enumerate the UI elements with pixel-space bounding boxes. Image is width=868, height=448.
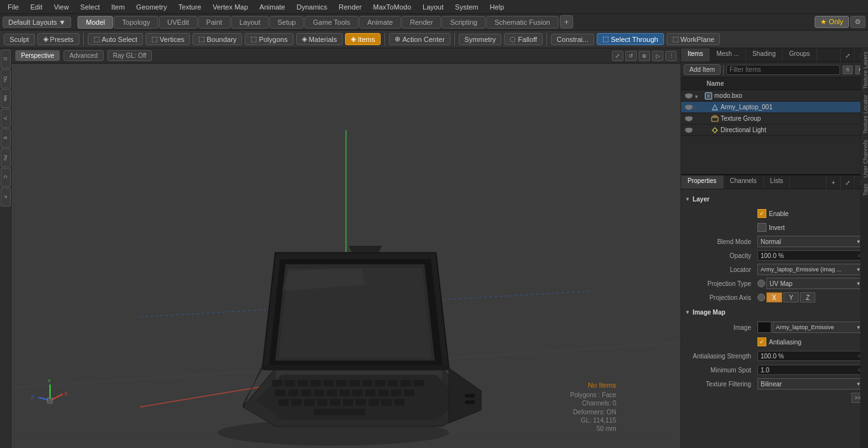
filter-items-input[interactable]: [726, 65, 840, 75]
projection-axis-radio[interactable]: [757, 294, 765, 301]
menu-texture[interactable]: Texture: [173, 2, 207, 12]
image-dropdown[interactable]: Army_laptop_Emissive ▼: [773, 322, 864, 333]
tab-properties[interactable]: Properties: [681, 175, 724, 189]
vp-tab-raygl[interactable]: Ray GL: Off: [107, 50, 153, 61]
layout-tab-paint[interactable]: Paint: [198, 16, 231, 29]
axis-y-button[interactable]: Y: [783, 292, 799, 302]
left-btn-7[interactable]: C: [1, 168, 11, 187]
layout-tab-setup[interactable]: Setup: [269, 16, 304, 29]
antialias-strength-input[interactable]: 100.0 % ≡: [757, 351, 864, 361]
layout-tab-gametools[interactable]: Game Tools: [304, 16, 358, 29]
items-button[interactable]: ◈ Items: [345, 33, 381, 45]
vis-eye-modo-bxo[interactable]: [684, 92, 694, 100]
menu-animate[interactable]: Animate: [254, 2, 290, 12]
auto-select-button[interactable]: ⬚ Auto Select: [88, 33, 143, 45]
layout-tab-model[interactable]: Model: [78, 16, 113, 29]
projection-type-dropdown[interactable]: UV Map ▼: [766, 278, 864, 289]
tex-filter-dropdown[interactable]: Bilinear ▼: [757, 378, 864, 390]
antialias-checkbox[interactable]: ✓: [757, 337, 766, 346]
item-row-modo-bxo[interactable]: ▼ modo.bxo: [681, 90, 868, 102]
props-expand-icon[interactable]: +: [826, 175, 840, 189]
left-btn-3[interactable]: Me: [1, 89, 11, 108]
left-btn-8[interactable]: F: [1, 187, 11, 207]
presets-button[interactable]: ◈ Presets: [37, 33, 79, 45]
viewport-canvas[interactable]: X Y Z No Items Polygons : Face Channels:…: [11, 64, 681, 448]
menu-layout[interactable]: Layout: [417, 2, 449, 12]
materials-button[interactable]: ◈ Materials: [296, 33, 343, 45]
tab-mesh[interactable]: Mesh ...: [710, 48, 746, 62]
vp-icon-render[interactable]: ▷: [652, 51, 663, 61]
menu-vertex-map[interactable]: Vertex Map: [208, 2, 254, 12]
layout-dropdown[interactable]: Default Layouts ▼: [3, 17, 71, 28]
opacity-value[interactable]: 100.0 %: [761, 252, 784, 259]
vp-icon-fit[interactable]: ⤢: [612, 51, 623, 61]
layout-tab-layout[interactable]: Layout: [231, 16, 269, 29]
tab-lists[interactable]: Lists: [764, 175, 790, 189]
axis-z-button[interactable]: Z: [800, 292, 815, 302]
menu-help[interactable]: Help: [485, 2, 510, 12]
constrai-button[interactable]: Constrai...: [551, 34, 594, 45]
menu-item[interactable]: Item: [106, 2, 130, 12]
menu-system[interactable]: System: [450, 2, 484, 12]
symmetry-button[interactable]: Symmetry: [459, 34, 502, 45]
tab-channels[interactable]: Channels: [724, 175, 764, 189]
layout-tab-animate[interactable]: Animate: [359, 16, 401, 29]
vertices-button[interactable]: ⬚ Vertices: [146, 33, 190, 45]
layout-tab-render[interactable]: Render: [402, 16, 441, 29]
vp-tab-perspective[interactable]: Perspective: [15, 50, 60, 61]
menu-file[interactable]: File: [3, 2, 24, 12]
menu-select[interactable]: Select: [75, 2, 105, 12]
vp-icon-zoom[interactable]: ⊕: [639, 51, 650, 61]
left-btn-6[interactable]: Po: [1, 148, 11, 167]
projection-type-radio[interactable]: [757, 280, 765, 287]
item-row-army-laptop[interactable]: ▷ Army_Laptop_001: [681, 102, 868, 113]
star-only-button[interactable]: ★ Only: [815, 16, 849, 28]
tab-shading[interactable]: Shading: [746, 48, 783, 62]
falloff-button[interactable]: ◌ Falloff: [504, 33, 543, 45]
vis-eye-army-laptop[interactable]: [684, 103, 694, 112]
layout-tab-uvedit[interactable]: UVEdit: [159, 16, 197, 29]
vis-eye-texture-group[interactable]: [684, 114, 694, 123]
menu-view[interactable]: View: [49, 2, 74, 12]
item-row-directional-light[interactable]: Directional Light: [681, 125, 868, 136]
vis-eye-directional-light[interactable]: [684, 126, 694, 135]
items-list[interactable]: ▼ modo.bxo ▷: [681, 90, 868, 174]
tex-layers-tab[interactable]: Texture Layers: [861, 48, 868, 92]
image-swatch[interactable]: [757, 322, 771, 333]
layout-tab-schematic[interactable]: Schematic Fusion: [486, 16, 558, 29]
layer-triangle[interactable]: ▼: [685, 196, 690, 202]
axis-x-button[interactable]: X: [766, 292, 782, 302]
menu-edit[interactable]: Edit: [25, 2, 48, 12]
vp-tab-advanced[interactable]: Advanced: [64, 50, 103, 61]
left-btn-1[interactable]: D: [1, 50, 11, 69]
vp-icon-rotate[interactable]: ↺: [625, 51, 637, 61]
tex-locator-tab[interactable]: Texture Locator: [861, 92, 868, 137]
left-btn-2[interactable]: Du: [1, 69, 11, 88]
item-expand-modo-bxo[interactable]: ▼: [694, 92, 704, 100]
polygons-button[interactable]: ⬚ Polygons: [245, 33, 293, 45]
tags-tab[interactable]: Tags: [861, 180, 868, 198]
invert-checkbox[interactable]: [757, 223, 766, 232]
left-btn-5[interactable]: E: [1, 128, 11, 147]
tab-items[interactable]: Items: [681, 48, 710, 62]
tab-groups[interactable]: Groups: [783, 48, 817, 62]
menu-render[interactable]: Render: [334, 2, 367, 12]
enable-checkbox[interactable]: ✓: [757, 209, 766, 218]
layout-tab-topology[interactable]: Topology: [114, 16, 158, 29]
locator-dropdown[interactable]: Army_laptop_Emissive (Imag ... ▼: [757, 264, 864, 275]
layout-tab-scripting[interactable]: Scripting: [442, 16, 485, 29]
props-panel-expand-icon[interactable]: ⤢: [840, 175, 854, 189]
vp-icon-settings[interactable]: ⋮: [665, 51, 677, 61]
left-btn-4[interactable]: V: [1, 109, 11, 128]
add-layout-button[interactable]: +: [560, 15, 574, 29]
select-through-button[interactable]: ⬚ Select Through: [597, 33, 663, 45]
user-channels-tab[interactable]: User Channels: [861, 137, 868, 180]
menu-geometry[interactable]: Geometry: [131, 2, 172, 12]
layout-settings-button[interactable]: ⚙: [850, 16, 865, 28]
blend-mode-dropdown[interactable]: Normal ▼: [757, 236, 864, 247]
viewport[interactable]: Perspective Advanced Ray GL: Off ⤢ ↺ ⊕ ▷…: [11, 48, 681, 448]
items-s-button[interactable]: S: [843, 65, 853, 74]
sculpt-button[interactable]: Sculpt: [4, 34, 35, 45]
panel-expand-icon[interactable]: ⤢: [840, 48, 854, 62]
add-item-button[interactable]: Add Item: [684, 64, 721, 75]
